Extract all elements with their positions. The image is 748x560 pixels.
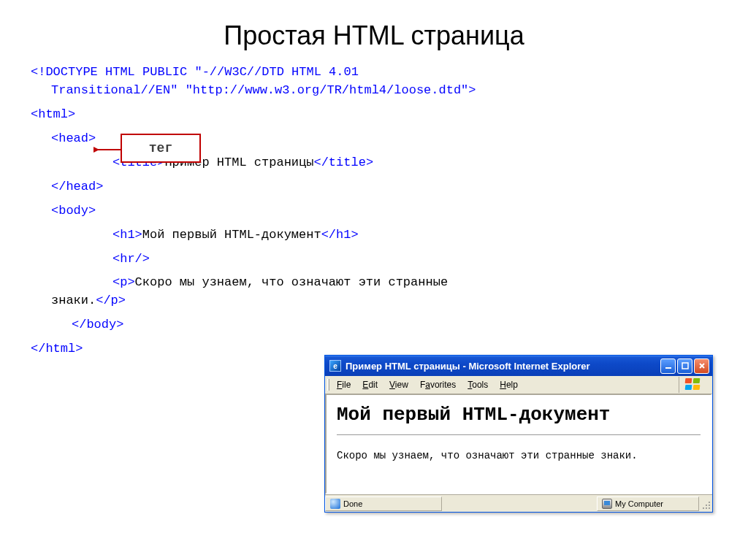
code-p-open: <p> (112, 275, 135, 289)
status-zone-text: My Computer (615, 499, 663, 508)
menu-tools[interactable]: Tools (462, 377, 494, 392)
code-h1-open: <h1> (112, 228, 142, 242)
code-head-open: <head> (51, 131, 96, 145)
menu-edit[interactable]: Edit (356, 377, 383, 392)
computer-icon (602, 499, 612, 509)
menu-help[interactable]: Help (494, 377, 524, 392)
browser-title-text: Пример HTML страницы - Microsoft Interne… (346, 361, 660, 372)
callout-box: тег (121, 134, 201, 163)
code-h1-text: Мой первый HTML-документ (142, 228, 321, 242)
rendered-hr (337, 434, 701, 435)
code-title-close: </title> (313, 156, 373, 169)
windows-logo-icon (679, 377, 706, 393)
browser-statusbar: Done My Computer (325, 494, 712, 512)
code-head-close: </head> (51, 180, 103, 193)
code-p-text-1: Скоро мы узнаем, что означают эти странн… (135, 275, 448, 289)
slide-title: Простая HTML страница (0, 0, 748, 64)
browser-content: Мой первый HTML-документ Скоро мы узнаем… (325, 394, 712, 494)
ie-icon: e (329, 360, 341, 372)
svg-point-3 (709, 502, 710, 503)
menu-file[interactable]: FFileile (331, 377, 356, 392)
svg-point-7 (706, 507, 707, 509)
svg-point-8 (709, 507, 710, 509)
code-p-close: </p> (96, 294, 126, 307)
menu-view[interactable]: View (383, 377, 414, 392)
done-icon (330, 499, 340, 509)
code-hr: <hr/> (112, 252, 150, 266)
rendered-paragraph: Скоро мы узнаем, что означают эти странн… (337, 450, 701, 461)
minimize-button[interactable] (660, 358, 676, 374)
code-html-close: </html> (31, 342, 83, 356)
svg-rect-2 (682, 363, 688, 369)
code-block: <!DOCTYPE HTML PUBLIC "-//W3C//DTD HTML … (0, 64, 748, 358)
close-button[interactable] (694, 358, 709, 374)
svg-rect-1 (665, 367, 671, 369)
menubar-grip-icon (327, 379, 329, 391)
code-body-open: <body> (51, 204, 96, 218)
browser-menubar: FFileile Edit View Favorites Tools Help (325, 376, 712, 394)
code-html-open: <html> (31, 107, 75, 121)
code-doctype-2: Transitional//EN" "http://www.w3.org/TR/… (51, 83, 476, 97)
code-p-text-2: знаки. (51, 294, 96, 307)
svg-point-4 (706, 505, 707, 506)
status-done-text: Done (343, 499, 362, 508)
browser-titlebar: e Пример HTML страницы - Microsoft Inter… (325, 356, 712, 376)
svg-point-5 (709, 505, 710, 506)
resize-grip-icon[interactable] (699, 496, 712, 511)
maximize-button[interactable] (677, 358, 692, 374)
browser-window: e Пример HTML страницы - Microsoft Inter… (324, 355, 713, 513)
code-doctype-1: <!DOCTYPE HTML PUBLIC "-//W3C//DTD HTML … (31, 65, 359, 79)
svg-point-6 (703, 507, 704, 509)
menu-favorites[interactable]: Favorites (414, 377, 462, 392)
callout-label: тег (149, 141, 172, 156)
status-zone-panel: My Computer (597, 496, 699, 511)
code-h1-close: </h1> (321, 228, 359, 242)
code-body-close: </body> (72, 318, 123, 331)
rendered-h1: Мой первый HTML-документ (337, 404, 701, 426)
status-done-panel: Done (325, 496, 442, 511)
